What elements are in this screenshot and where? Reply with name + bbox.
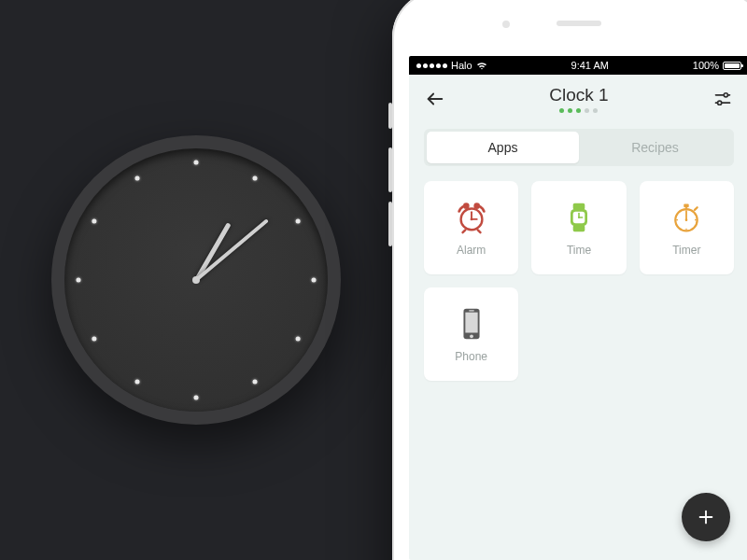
clock-center	[192, 276, 200, 284]
hour-marker	[92, 337, 96, 342]
hour-marker	[194, 396, 199, 400]
svg-point-3	[724, 93, 727, 97]
app-card-alarm[interactable]: Alarm	[424, 181, 518, 274]
svg-rect-31	[465, 313, 477, 333]
svg-rect-14	[573, 225, 585, 231]
hour-marker	[135, 380, 140, 385]
signal-icon	[416, 63, 447, 68]
svg-point-10	[473, 203, 480, 209]
svg-line-12	[477, 230, 480, 232]
clock-preview	[0, 0, 392, 560]
plus-icon	[696, 507, 716, 527]
carrier-label: Halo	[451, 60, 472, 71]
svg-rect-22	[685, 206, 687, 210]
hour-marker	[92, 219, 96, 224]
stopwatch-icon	[668, 199, 705, 236]
back-button[interactable]	[424, 88, 446, 110]
app-card-stopwatch[interactable]: Timer	[640, 181, 734, 274]
phone-mockup: Halo 9:41 AM 100% Clock 1 AppsRecipes Al…	[392, 0, 747, 560]
hour-marker	[312, 278, 317, 283]
settings-button[interactable]	[712, 88, 734, 110]
arrow-left-icon	[425, 89, 445, 109]
hour-marker	[135, 175, 140, 180]
add-button[interactable]	[682, 493, 730, 541]
tab-apps[interactable]: Apps	[427, 132, 579, 163]
status-time: 9:41 AM	[571, 60, 609, 71]
wifi-icon	[476, 62, 487, 70]
hour-marker	[253, 175, 258, 180]
app-card-phone[interactable]: Phone	[424, 287, 518, 381]
svg-line-23	[695, 207, 698, 210]
app-label: Alarm	[457, 244, 486, 257]
svg-rect-33	[469, 310, 474, 311]
svg-point-9	[463, 203, 470, 209]
hour-marker	[296, 337, 301, 342]
battery-icon	[723, 62, 741, 70]
app-card-watch[interactable]: Time	[531, 181, 626, 274]
phone-icon	[453, 305, 490, 343]
sliders-icon	[713, 90, 732, 108]
phone-screen: Halo 9:41 AM 100% Clock 1 AppsRecipes Al…	[409, 56, 747, 560]
svg-line-11	[462, 230, 465, 232]
watch-icon	[560, 199, 598, 236]
segmented-tabs: AppsRecipes	[424, 129, 734, 166]
status-bar: Halo 9:41 AM 100%	[409, 56, 747, 75]
app-label: Timer	[672, 244, 700, 257]
alarm-icon	[453, 199, 490, 236]
page-indicator	[549, 108, 608, 113]
battery-percent: 100%	[693, 60, 719, 71]
page-title: Clock 1	[549, 85, 608, 105]
analog-clock	[51, 135, 341, 425]
hour-marker	[77, 278, 81, 283]
app-label: Phone	[455, 350, 487, 363]
hour-marker	[296, 219, 301, 224]
svg-point-4	[718, 101, 722, 105]
svg-rect-13	[573, 203, 585, 210]
tab-recipes[interactable]: Recipes	[579, 132, 731, 163]
app-label: Time	[567, 244, 591, 257]
hour-marker	[253, 380, 258, 385]
app-header: Clock 1	[409, 75, 747, 123]
app-grid: AlarmTimeTimerPhone	[409, 166, 747, 396]
svg-point-32	[470, 334, 473, 338]
hour-marker	[194, 161, 199, 165]
